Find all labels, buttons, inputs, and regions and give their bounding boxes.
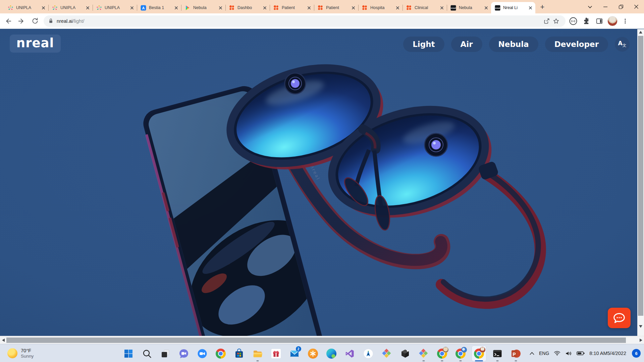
tray-chevron-up-icon[interactable]: [527, 347, 537, 360]
start-button[interactable]: [121, 346, 136, 362]
scroll-down-arrow[interactable]: [637, 323, 644, 329]
tab-favicon: [362, 5, 368, 11]
scroll-right-arrow[interactable]: [638, 336, 644, 344]
tray-time: 8:10 AM: [589, 350, 607, 357]
scroll-left-arrow[interactable]: [0, 336, 6, 344]
close-window-button[interactable]: [629, 0, 644, 13]
chat-app-button[interactable]: [176, 346, 191, 362]
reload-button[interactable]: [30, 16, 40, 26]
browser-tab[interactable]: Nebula: [181, 2, 225, 13]
tab-title: Clinical: [415, 5, 439, 10]
windows-start-icon: [124, 349, 133, 358]
chrome-icon: [216, 349, 226, 359]
asterisk-app-button[interactable]: [306, 346, 320, 362]
tab-close-icon[interactable]: [483, 5, 489, 11]
tab-close-icon[interactable]: [129, 5, 135, 11]
browser-menu-kebab-icon[interactable]: [620, 16, 631, 26]
terminal-button[interactable]: [490, 346, 505, 362]
android-studio-button[interactable]: [361, 346, 376, 362]
tab-close-icon[interactable]: [85, 5, 91, 11]
tab-close-icon[interactable]: [395, 5, 400, 11]
microsoft-store-button[interactable]: [232, 346, 247, 362]
nav-air[interactable]: Air: [451, 37, 482, 52]
nav-nebula[interactable]: Nebula: [489, 37, 538, 52]
volume-icon[interactable]: [563, 347, 574, 360]
browser-tab[interactable]: UNIPLA: [4, 2, 48, 13]
back-button[interactable]: [3, 16, 13, 26]
side-panel-icon[interactable]: [594, 16, 605, 26]
address-bar[interactable]: nreal.ai/light/: [44, 15, 566, 27]
tab-close-icon[interactable]: [439, 5, 445, 11]
minimize-button[interactable]: [598, 0, 613, 13]
nreal-logo-text: nreal: [16, 37, 54, 51]
nreal-webpage: Designed by nreal: [0, 29, 644, 336]
tab-search-chevron-icon[interactable]: [582, 1, 598, 13]
zoom-button[interactable]: [195, 346, 210, 362]
nreal-logo[interactable]: nreal: [10, 35, 61, 53]
chrome-profile-active-button[interactable]: [472, 346, 486, 362]
tab-close-icon[interactable]: [306, 5, 312, 11]
video-chat-icon: [179, 349, 189, 359]
tab-close-icon[interactable]: [351, 5, 356, 11]
browser-tab[interactable]: A Bestia 1: [137, 2, 181, 13]
diamond-app-button[interactable]: [379, 346, 394, 362]
browser-tab[interactable]: nreal Nebula: [447, 2, 491, 13]
diamond-app-2-button[interactable]: [416, 346, 431, 362]
android-studio-icon: [363, 349, 373, 359]
taskbar-clock[interactable]: 8:10 AM 5/4/2022: [587, 347, 629, 360]
new-tab-button[interactable]: +: [537, 2, 547, 12]
tab-close-icon[interactable]: [41, 5, 46, 11]
battery-icon[interactable]: [574, 347, 587, 360]
notification-count-badge[interactable]: 6: [632, 349, 641, 358]
browser-tab[interactable]: UNIPLA: [93, 2, 137, 13]
powerpoint-button[interactable]: P: [508, 346, 523, 362]
tab-close-icon[interactable]: [528, 5, 533, 11]
weather-widget[interactable]: 70°F Sunny: [5, 346, 36, 361]
chrome-button[interactable]: [213, 346, 228, 362]
profile-2-avatar: [461, 347, 467, 353]
forward-button[interactable]: [16, 16, 27, 26]
browser-tab[interactable]: Clinical: [402, 2, 447, 13]
profile-avatar[interactable]: [607, 16, 618, 26]
browser-tab[interactable]: nreal Nreal Li: [491, 2, 535, 13]
nav-light[interactable]: Light: [403, 37, 444, 52]
visual-studio-button[interactable]: [342, 346, 357, 362]
browser-tab[interactable]: Patient: [314, 2, 358, 13]
tab-favicon: [7, 5, 13, 11]
extensions-puzzle-icon[interactable]: [581, 16, 592, 26]
vertical-scroll-thumb[interactable]: [638, 36, 643, 316]
vertical-scrollbar[interactable]: [637, 29, 644, 336]
tab-close-icon[interactable]: [173, 5, 179, 11]
powerpoint-icon: P: [511, 349, 521, 359]
input-language[interactable]: ENG: [537, 347, 551, 360]
browser-tab[interactable]: Hospita: [358, 2, 402, 13]
tab-close-icon[interactable]: [262, 5, 268, 11]
mail-button[interactable]: 2: [287, 346, 302, 362]
chrome-profile-2-button[interactable]: [453, 346, 468, 362]
file-explorer-button[interactable]: [250, 346, 265, 362]
tray-date: 5/4/2022: [607, 350, 626, 357]
browser-tab[interactable]: UNIPLA: [48, 2, 93, 13]
browser-tab[interactable]: Patient: [270, 2, 314, 13]
chat-bubble-icon: [612, 312, 626, 324]
extension-circle-icon[interactable]: [568, 16, 579, 26]
scroll-up-arrow[interactable]: [637, 29, 644, 35]
edge-button[interactable]: [324, 346, 339, 362]
share-icon[interactable]: [542, 16, 551, 26]
bookmark-star-icon[interactable]: [551, 16, 561, 26]
tab-close-icon[interactable]: [218, 5, 223, 11]
wifi-icon[interactable]: [551, 347, 563, 360]
horizontal-scroll-thumb[interactable]: [6, 338, 626, 343]
unity-button[interactable]: [398, 346, 413, 362]
search-button[interactable]: [140, 346, 154, 362]
diamond-app-2-icon: [419, 349, 429, 359]
browser-tab[interactable]: Dashbo: [225, 2, 270, 13]
task-view-button[interactable]: [158, 346, 173, 362]
nav-developer[interactable]: Developer: [545, 37, 608, 52]
horizontal-scrollbar[interactable]: [0, 336, 644, 344]
restore-button[interactable]: [613, 0, 629, 13]
live-chat-button[interactable]: [608, 308, 631, 328]
chrome-profile-1-button[interactable]: [435, 346, 449, 362]
gift-app-button[interactable]: [269, 346, 283, 362]
language-switch-button[interactable]: A文: [615, 37, 630, 52]
